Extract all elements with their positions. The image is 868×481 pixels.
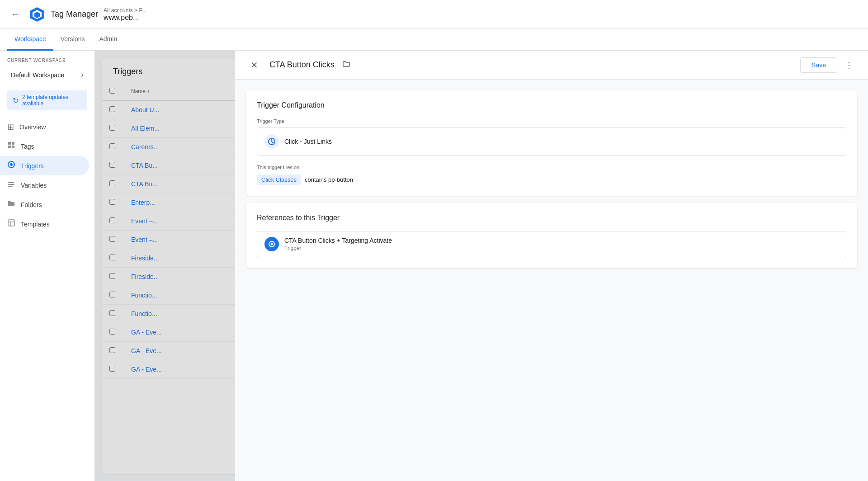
workspace-name: Default Workspace (11, 71, 64, 79)
sidebar-item-tags[interactable]: Tags (0, 137, 89, 156)
breadcrumb: All accounts > P... (104, 7, 146, 14)
trigger-type-selector[interactable]: Click - Just Links (257, 127, 846, 156)
chevron-right-icon: › (81, 70, 84, 80)
nav-tabs: Workspace Versions Admin (0, 29, 868, 51)
main-layout: CURRENT WORKSPACE Default Workspace › ↻ … (0, 51, 868, 481)
tags-icon (7, 141, 15, 151)
workspace-item[interactable]: Default Workspace › (7, 66, 87, 83)
svg-point-8 (10, 163, 13, 166)
reference-info: CTA Button Clicks + Targeting Activate T… (284, 237, 392, 251)
drawer-actions: Save ⋮ (800, 57, 857, 73)
tab-versions[interactable]: Versions (53, 29, 92, 51)
svg-rect-3 (8, 142, 11, 145)
reference-name: CTA Button Clicks + Targeting Activate (284, 237, 392, 244)
svg-rect-11 (8, 186, 13, 187)
svg-rect-9 (8, 182, 14, 183)
trigger-config-card: Trigger Configuration Trigger Type Click… (246, 90, 857, 196)
drawer-close-button[interactable]: ✕ (246, 57, 262, 73)
fires-on-section: This trigger fires on Click Classes cont… (257, 165, 846, 185)
sidebar-item-overview[interactable]: ⊞ Overview (0, 118, 89, 137)
sidebar-nav: ⊞ Overview Tags Triggers Variables (0, 114, 94, 481)
refresh-icon: ↻ (13, 96, 19, 105)
trigger-type-name: Click - Just Links (284, 138, 332, 145)
trigger-config-title: Trigger Configuration (257, 101, 846, 109)
drawer-topbar: ✕ CTA Button Clicks Save ⋮ (235, 51, 868, 80)
back-button[interactable]: ← (7, 6, 24, 23)
variables-icon (7, 180, 15, 190)
trigger-type-icon (264, 134, 279, 149)
breadcrumb-section: All accounts > P... www.peb... (104, 7, 146, 22)
svg-rect-6 (12, 146, 14, 148)
workspace-label: CURRENT WORKSPACE (7, 58, 87, 63)
svg-rect-4 (12, 142, 14, 145)
reference-icon (264, 237, 279, 251)
fires-on-filter-key[interactable]: Click Classes (257, 174, 301, 185)
sidebar-item-label-templates: Templates (21, 221, 50, 228)
svg-rect-5 (8, 146, 11, 148)
templates-icon (7, 219, 15, 229)
save-button[interactable]: Save (800, 57, 837, 73)
sidebar-item-triggers[interactable]: Triggers (0, 156, 89, 175)
drawer-folder-icon[interactable] (342, 59, 351, 71)
drawer-title: CTA Button Clicks (269, 60, 335, 70)
overview-icon: ⊞ (7, 122, 14, 132)
tab-workspace[interactable]: Workspace (7, 29, 53, 51)
sidebar-item-templates[interactable]: Templates (0, 214, 89, 234)
sidebar-item-label-variables: Variables (21, 182, 47, 189)
reference-type: Trigger (284, 245, 392, 251)
trigger-detail-drawer: ✕ CTA Button Clicks Save ⋮ Trigger Confi… (235, 51, 868, 481)
workspace-section: CURRENT WORKSPACE Default Workspace › (0, 51, 94, 87)
template-updates-banner[interactable]: ↻ 2 template updates available (7, 90, 87, 110)
sidebar-item-label-tags: Tags (21, 143, 34, 150)
sidebar-item-label-overview: Overview (19, 123, 46, 131)
topbar: ← Tag Manager All accounts > P... www.pe… (0, 0, 868, 29)
sidebar: CURRENT WORKSPACE Default Workspace › ↻ … (0, 51, 95, 481)
references-card: References to this Trigger CTA Button Cl… (246, 203, 857, 268)
site-url: www.peb... (104, 14, 146, 22)
folders-icon (7, 199, 15, 210)
reference-item[interactable]: CTA Button Clicks + Targeting Activate T… (257, 231, 846, 257)
references-title: References to this Trigger (257, 214, 846, 222)
svg-rect-12 (8, 220, 14, 226)
svg-rect-10 (8, 184, 14, 185)
svg-point-15 (271, 243, 273, 245)
content-area: Triggers Name ↑ About U... (95, 51, 868, 481)
sidebar-item-folders[interactable]: Folders (0, 195, 89, 214)
fires-on-label: This trigger fires on (257, 165, 846, 170)
more-options-button[interactable]: ⋮ (841, 57, 857, 73)
trigger-type-label: Trigger Type (257, 118, 846, 124)
app-title: Tag Manager (51, 9, 98, 19)
sidebar-item-label-folders: Folders (21, 201, 42, 208)
sidebar-item-variables[interactable]: Variables (0, 175, 89, 195)
gtm-logo (29, 6, 45, 23)
drawer-content: Trigger Configuration Trigger Type Click… (235, 80, 868, 279)
drawer-title-section: ✕ CTA Button Clicks (246, 57, 351, 73)
fires-on-row: Click Classes contains pp-button (257, 174, 846, 185)
fires-on-filter-value: contains pp-button (305, 176, 353, 183)
tab-admin[interactable]: Admin (92, 29, 124, 51)
triggers-icon (7, 160, 15, 171)
sidebar-item-label-triggers: Triggers (21, 162, 44, 170)
update-banner-text: 2 template updates available (22, 94, 82, 107)
